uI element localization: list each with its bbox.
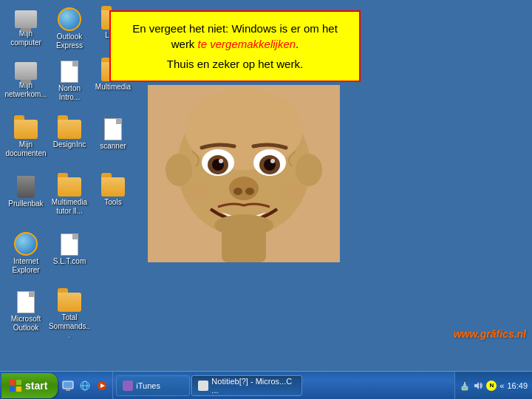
svg-point-17 bbox=[214, 214, 273, 236]
svg-point-19 bbox=[279, 183, 305, 201]
tray-norton-icon[interactable]: N bbox=[486, 381, 497, 391]
desktop-icon-tools[interactable]: Tools bbox=[92, 174, 134, 207]
troll-face-image bbox=[148, 85, 340, 262]
media-player-quick-icon[interactable] bbox=[95, 378, 109, 393]
watermark-text: www.grăfics.nl bbox=[454, 328, 526, 340]
svg-point-13 bbox=[270, 159, 275, 163]
desktop-icon-outlook-express[interactable]: OutlookExpress bbox=[48, 7, 91, 50]
svg-rect-22 bbox=[10, 386, 15, 392]
taskbar-item-notepad[interactable]: Notitieb[?] - Micros...C ... bbox=[191, 375, 302, 396]
desktop-icon-designinc[interactable]: DesignInc bbox=[48, 117, 91, 149]
desktop-icon-norton[interactable]: NortonIntro... bbox=[48, 59, 91, 102]
desktop-icon-prullenbak[interactable]: Prullenbak bbox=[4, 174, 47, 208]
desktop-icon-mijn-documenten[interactable]: Mijndocumenten bbox=[4, 117, 47, 158]
start-label: start bbox=[25, 380, 47, 392]
svg-point-2 bbox=[185, 89, 303, 170]
svg-rect-25 bbox=[66, 389, 70, 391]
svg-point-4 bbox=[296, 154, 322, 186]
svg-point-16 bbox=[245, 188, 254, 195]
desktop-icon-microsoft-outlook[interactable]: MicrosoftOutlook bbox=[4, 290, 47, 332]
popup-line2: Thuis en zeker op het werk. bbox=[124, 56, 346, 72]
tray-clock[interactable]: 16:49 bbox=[507, 381, 528, 390]
svg-point-18 bbox=[183, 183, 209, 201]
taskbar-item-itunes[interactable]: iTunes bbox=[116, 375, 190, 396]
tray-network-icon[interactable] bbox=[460, 381, 470, 391]
svg-point-3 bbox=[166, 154, 192, 186]
taskbar-item-notepad-label: Notitieb[?] - Micros...C ... bbox=[211, 377, 296, 395]
svg-marker-34 bbox=[474, 382, 479, 389]
windows-logo-icon bbox=[9, 379, 22, 392]
show-desktop-icon[interactable] bbox=[61, 378, 75, 393]
desktop-icon-netwerkom[interactable]: Mijnnetwerkom... bbox=[4, 59, 47, 99]
ie-quick-icon[interactable] bbox=[78, 378, 92, 393]
popup-box: En vergeet het niet: Windows is er om he… bbox=[109, 10, 361, 82]
desktop-icon-sltcom[interactable]: S.L.T.com bbox=[48, 232, 91, 266]
desktop: Mijncomputer OutlookExpress Logs Mijnnet… bbox=[0, 0, 532, 371]
taskbar: start iTunes bbox=[0, 371, 532, 399]
taskbar-items: iTunes Notitieb[?] - Micros...C ... bbox=[113, 372, 454, 399]
tray-more-icons[interactable]: « bbox=[499, 381, 504, 390]
svg-rect-20 bbox=[10, 380, 15, 385]
svg-rect-23 bbox=[16, 386, 21, 392]
quick-launch-bar bbox=[58, 372, 113, 399]
system-tray: N « 16:49 bbox=[454, 372, 532, 399]
svg-rect-21 bbox=[16, 380, 21, 385]
desktop-icon-total-commander[interactable]: TotalSommands... bbox=[48, 290, 91, 340]
desktop-icon-internet-explorer[interactable]: InternetExplorer bbox=[4, 232, 47, 275]
svg-point-12 bbox=[219, 159, 223, 163]
desktop-icon-scanner[interactable]: scanner bbox=[92, 117, 134, 151]
svg-point-15 bbox=[233, 188, 242, 195]
start-button[interactable]: start bbox=[1, 373, 58, 398]
svg-point-14 bbox=[229, 177, 259, 200]
desktop-icon-mijn-computer[interactable]: Mijncomputer bbox=[4, 7, 47, 47]
popup-line1: En vergeet het niet: Windows is er om he… bbox=[124, 21, 346, 52]
tray-volume-icon[interactable] bbox=[473, 381, 483, 391]
svg-rect-33 bbox=[464, 382, 466, 385]
desktop-icon-multimedia-tutor[interactable]: Multimediatutor ll... bbox=[48, 174, 91, 216]
svg-rect-24 bbox=[63, 381, 73, 389]
taskbar-item-itunes-label: iTunes bbox=[136, 381, 160, 390]
